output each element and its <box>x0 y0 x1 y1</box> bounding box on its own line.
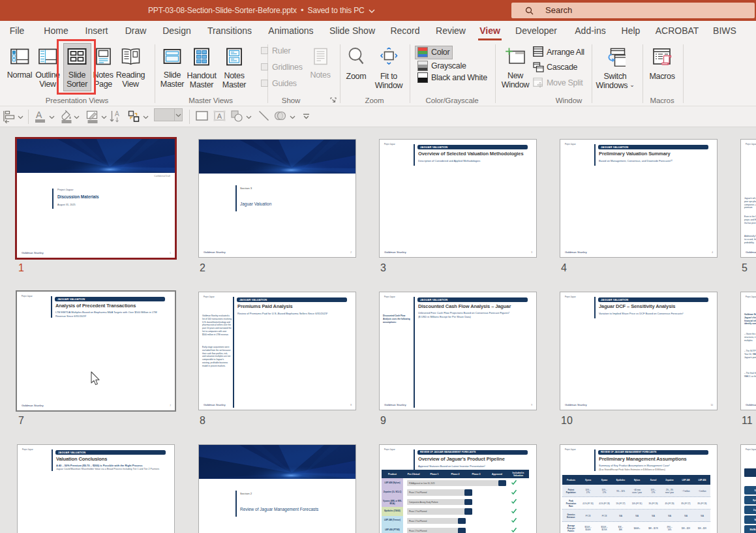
svg-text:A: A <box>115 110 119 117</box>
svg-text:A: A <box>217 112 222 120</box>
